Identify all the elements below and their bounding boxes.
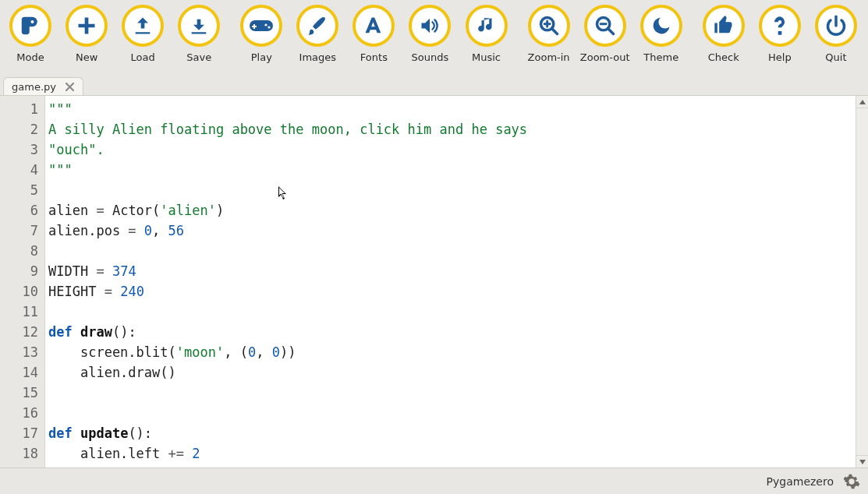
svg-rect-3 [252, 26, 257, 27]
mode-icon [9, 5, 51, 47]
scroll-up-arrow[interactable] [856, 96, 868, 108]
line-number: 1 [5, 99, 38, 119]
line-number: 4 [5, 160, 38, 180]
line-number: 10 [5, 281, 38, 302]
code-line[interactable]: screen.blit('moon', (0, 0)) [48, 342, 856, 362]
line-number: 13 [5, 342, 38, 362]
toolbar-label: Zoom-out [580, 51, 630, 63]
line-number: 18 [5, 443, 38, 464]
upload-icon [122, 5, 164, 47]
code-line[interactable] [48, 403, 856, 423]
line-number: 2 [5, 119, 38, 139]
line-number: 15 [5, 383, 38, 403]
line-number-gutter: 123456789101112131415161718 [0, 96, 45, 468]
toolbar-label: Load [131, 51, 155, 63]
code-line[interactable]: A silly Alien floating above the moon, c… [48, 119, 856, 139]
close-icon[interactable] [64, 80, 76, 93]
line-number: 14 [5, 362, 38, 383]
code-line[interactable]: "ouch". [48, 139, 856, 160]
code-line[interactable]: def draw(): [48, 322, 856, 342]
code-line[interactable] [48, 302, 856, 322]
toolbar-label: Mode [16, 51, 44, 63]
zoom-in-button[interactable]: Zoom-in [522, 5, 576, 63]
gear-icon[interactable] [843, 473, 860, 490]
gamepad-icon [240, 5, 282, 47]
help-button[interactable]: Help [753, 5, 807, 63]
sound-icon [409, 5, 451, 47]
code-line[interactable]: HEIGHT = 240 [48, 281, 856, 302]
zoomin-icon [528, 5, 570, 47]
power-icon [815, 5, 857, 47]
code-line[interactable]: def update(): [48, 423, 856, 443]
line-number: 3 [5, 139, 38, 160]
moon-icon [640, 5, 682, 47]
toolbar-label: Help [768, 51, 792, 63]
code-editor[interactable]: 123456789101112131415161718 """A silly A… [0, 95, 868, 468]
thumb-icon [703, 5, 745, 47]
brush-icon [296, 5, 338, 47]
toolbar-label: Play [251, 51, 272, 63]
code-line[interactable]: WIDTH = 374 [48, 261, 856, 281]
zoomout-icon [584, 5, 626, 47]
music-button[interactable]: Music [459, 5, 514, 63]
new-button[interactable]: New [59, 5, 114, 63]
status-mode-label: Pygamezero [767, 475, 834, 488]
line-number: 9 [5, 261, 38, 281]
play-button[interactable]: Play [234, 5, 289, 63]
tab-filename: game.py [12, 81, 56, 93]
images-button[interactable]: Images [290, 5, 345, 63]
sounds-button[interactable]: Sounds [402, 5, 457, 63]
code-line[interactable] [48, 241, 856, 261]
tab-bar: game.py [0, 73, 868, 95]
quit-button[interactable]: Quit [809, 5, 863, 63]
scroll-down-arrow[interactable] [856, 455, 868, 468]
fonts-icon [353, 5, 395, 47]
toolbar-label: Save [186, 51, 211, 63]
line-number: 17 [5, 423, 38, 443]
line-number: 6 [5, 200, 38, 221]
toolbar-label: Music [472, 51, 501, 63]
svg-point-0 [31, 20, 34, 23]
line-number: 7 [5, 221, 38, 241]
line-number: 12 [5, 322, 38, 342]
status-bar: Pygamezero [0, 468, 868, 494]
vertical-scrollbar[interactable] [856, 96, 868, 468]
download-icon [178, 5, 220, 47]
tab-game-py[interactable]: game.py [3, 77, 83, 95]
theme-button[interactable]: Theme [634, 5, 689, 63]
plus-icon [66, 5, 108, 47]
toolbar-label: Zoom-in [528, 51, 570, 63]
fonts-button[interactable]: Fonts [346, 5, 401, 63]
code-line[interactable] [48, 383, 856, 403]
code-area[interactable]: """A silly Alien floating above the moon… [45, 96, 856, 468]
line-number: 8 [5, 241, 38, 261]
code-line[interactable]: alien.pos = 0, 56 [48, 221, 856, 241]
toolbar-label: Sounds [412, 51, 449, 63]
save-button[interactable]: Save [172, 5, 226, 63]
question-icon [759, 5, 801, 47]
music-icon [466, 5, 508, 47]
toolbar-label: Images [299, 51, 337, 63]
toolbar-label: New [76, 51, 97, 63]
zoom-out-button[interactable]: Zoom-out [578, 5, 632, 63]
check-button[interactable]: Check [696, 5, 751, 63]
line-number: 5 [5, 180, 38, 200]
line-number: 16 [5, 403, 38, 423]
code-line[interactable]: alien.draw() [48, 362, 856, 383]
toolbar-label: Check [708, 51, 739, 63]
code-line[interactable]: """ [48, 160, 856, 180]
toolbar: ModeNewLoadSavePlayImagesFontsSoundsMusi… [0, 0, 868, 73]
toolbar-label: Quit [825, 51, 846, 63]
code-line[interactable] [48, 180, 856, 200]
svg-point-5 [268, 26, 271, 28]
svg-point-4 [265, 23, 267, 26]
line-number: 11 [5, 302, 38, 322]
code-line[interactable]: """ [48, 99, 856, 119]
code-line[interactable]: alien = Actor('alien') [48, 200, 856, 221]
mode-button[interactable]: Mode [3, 5, 58, 63]
code-line[interactable]: alien.left += 2 [48, 443, 856, 464]
load-button[interactable]: Load [115, 5, 170, 63]
toolbar-label: Theme [643, 51, 678, 63]
toolbar-label: Fonts [360, 51, 388, 63]
